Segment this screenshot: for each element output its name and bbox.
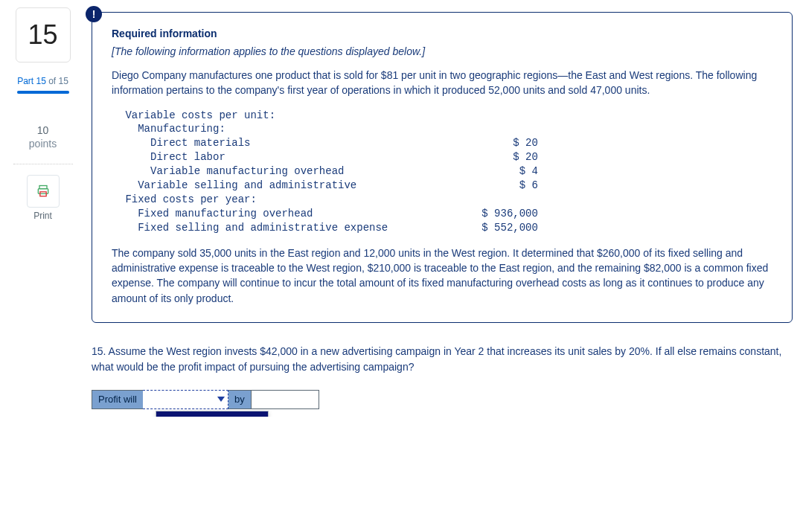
profit-will-label: Profit will: [92, 390, 143, 409]
dropdown-option-blank[interactable]: [156, 411, 268, 417]
printer-icon: [36, 184, 51, 199]
sidebar-divider: [13, 164, 73, 164]
alert-icon: !: [86, 6, 102, 22]
profit-amount-input[interactable]: [252, 390, 319, 409]
info-card: Required information [The following info…: [92, 12, 793, 323]
intro-note: [The following information applies to th…: [112, 45, 772, 57]
scenario-paragraph-1: Diego Company manufactures one product t…: [112, 68, 772, 98]
points-label: points: [29, 137, 57, 150]
by-label: by: [228, 390, 252, 409]
main-content: ! Required information [The following in…: [92, 7, 793, 409]
part-indicator: Part 15 of 15: [17, 76, 68, 86]
progress-bar: [17, 91, 69, 94]
required-info-heading: Required information: [112, 28, 772, 39]
progress-fill: [17, 91, 69, 94]
print-button[interactable]: [27, 175, 60, 208]
print-label: Print: [33, 211, 52, 221]
question-number-box: 15: [16, 7, 71, 63]
chevron-down-icon: [217, 397, 225, 402]
points-indicator: 10 points: [29, 124, 57, 150]
profit-direction-dropdown: decrease increase: [156, 411, 269, 417]
cost-table: Variable costs per unit: Manufacturing: …: [119, 109, 772, 235]
answer-row: Profit will by decrease increase: [92, 390, 793, 409]
scenario-paragraph-2: The company sold 35,000 units in the Eas…: [112, 246, 772, 306]
question-number: 15: [28, 19, 57, 51]
points-value: 10: [29, 124, 57, 137]
profit-direction-select[interactable]: [143, 390, 228, 409]
sidebar: 15 Part 15 of 15 10 points Print: [7, 7, 78, 409]
question-text: 15. Assume the West region invests $42,0…: [92, 344, 793, 375]
